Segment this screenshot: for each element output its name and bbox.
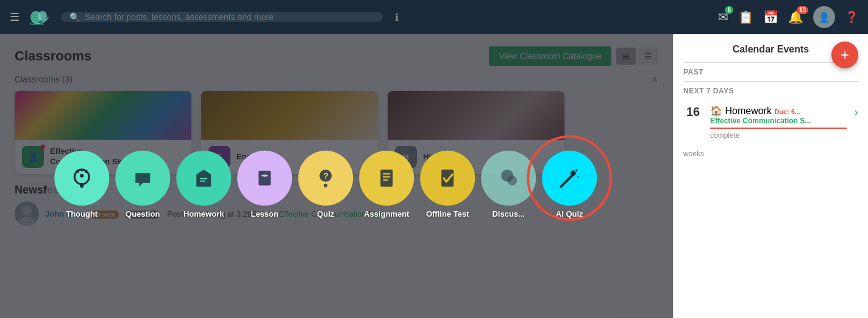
nav-icons: ✉ 6 📋 📅 🔔 13 👤 ❓: [718, 6, 858, 28]
icon-circle-lesson: [237, 150, 292, 205]
icon-menu-item-question[interactable]: Question: [115, 150, 170, 218]
svg-line-10: [85, 170, 87, 172]
notifications-icon[interactable]: 🔔 13: [788, 10, 803, 24]
icon-label-quiz: Quiz: [317, 209, 334, 218]
event-nav-button[interactable]: ›: [854, 105, 858, 119]
icon-menu-item-lesson[interactable]: Lesson: [237, 150, 292, 218]
search-icon: 🔍: [69, 12, 80, 22]
icon-menu-item-ai-quiz[interactable]: ✦ ✦ ✦ AI Quiz: [542, 150, 597, 218]
svg-rect-21: [383, 176, 390, 177]
icon-label-lesson: Lesson: [251, 209, 279, 218]
svg-rect-14: [200, 180, 205, 181]
icon-label-ai-quiz: AI Quiz: [556, 209, 583, 218]
icon-label-homework: Homework: [183, 209, 224, 218]
event-class-name: Effective Communication S...: [710, 117, 847, 125]
clipboard-icon[interactable]: 📋: [738, 10, 753, 24]
icon-menu: ThoughtQuestionHomeworkLesson?QuizAssign…: [54, 150, 597, 218]
event-date: 16: [683, 105, 703, 119]
icon-circle-question: [115, 150, 170, 205]
svg-rect-22: [383, 179, 388, 180]
icon-menu-item-quiz[interactable]: ?Quiz: [298, 150, 353, 218]
avatar[interactable]: 👤: [813, 6, 835, 28]
sidebar-divider-top: [683, 62, 858, 63]
icon-circle-ai-quiz: ✦ ✦ ✦: [542, 150, 597, 205]
sidebar-next7-label: NEXT 7 DAYS: [683, 87, 858, 95]
svg-point-7: [80, 173, 84, 177]
ai-quiz-icon: ✦ ✦ ✦: [556, 164, 583, 191]
fab-button[interactable]: +: [831, 42, 858, 68]
svg-text:✦: ✦: [574, 167, 578, 173]
calendar-event: 16 🏠 Homework Due: 6... Effective Commun…: [683, 100, 858, 145]
svg-point-1: [38, 11, 47, 22]
event-icon: 🏠 Homework Due: 6...: [710, 105, 847, 117]
info-icon[interactable]: ℹ: [395, 12, 399, 23]
messages-icon[interactable]: ✉ 6: [718, 10, 728, 24]
svg-rect-15: [258, 170, 271, 185]
icon-circle-assignment: [359, 150, 414, 205]
icon-label-offline-test: Offline Test: [426, 209, 469, 218]
icon-circle-discuss: [481, 150, 536, 205]
overlay[interactable]: ThoughtQuestionHomeworkLesson?QuizAssign…: [0, 34, 673, 318]
right-sidebar: Calendar Events PAST NEXT 7 DAYS 16 🏠 Ho…: [673, 34, 868, 318]
svg-point-18: [324, 183, 327, 187]
event-homework-label: Homework: [725, 106, 771, 116]
icon-circle-homework: [176, 150, 231, 205]
svg-rect-13: [200, 178, 207, 179]
weeks-label: weeks: [683, 150, 858, 158]
svg-rect-20: [383, 173, 390, 174]
svg-text:✦: ✦: [577, 175, 580, 178]
icon-label-question: Question: [126, 209, 160, 218]
help-icon[interactable]: ❓: [845, 10, 858, 24]
icon-menu-item-thought[interactable]: Thought: [54, 150, 109, 218]
svg-rect-19: [380, 169, 393, 186]
icon-label-discuss: Discus...: [492, 209, 524, 218]
main-layout: Classrooms View Classroom Catalogue ⊞ ☰ …: [0, 34, 868, 318]
svg-text:?: ?: [323, 170, 329, 180]
calendar-icon[interactable]: 📅: [763, 10, 778, 24]
app-logo[interactable]: tcomic: [27, 6, 54, 28]
sidebar-next7-section: NEXT 7 DAYS: [683, 87, 858, 95]
notifications-badge: 13: [797, 6, 808, 14]
hamburger-menu[interactable]: ☰: [10, 10, 20, 24]
icon-label-thought: Thought: [66, 209, 98, 218]
sidebar-divider-mid: [683, 81, 858, 82]
icon-circle-thought: [54, 150, 109, 205]
svg-point-25: [507, 175, 517, 185]
search-input[interactable]: [85, 12, 374, 22]
ai-quiz-wrapper: ✦ ✦ ✦: [542, 150, 597, 205]
icon-menu-item-offline-test[interactable]: Offline Test: [420, 150, 475, 218]
svg-line-26: [561, 174, 573, 186]
svg-text:tcomic: tcomic: [30, 21, 44, 26]
icon-circle-offline-test: [420, 150, 475, 205]
event-details: 🏠 Homework Due: 6... Effective Communica…: [710, 105, 847, 140]
icon-label-assignment: Assignment: [364, 209, 409, 218]
icon-menu-item-discuss[interactable]: Discus...: [481, 150, 536, 218]
icon-menu-item-assignment[interactable]: Assignment: [359, 150, 414, 218]
red-line: [710, 128, 847, 129]
logo-icon: tcomic: [27, 6, 54, 28]
messages-badge: 6: [725, 6, 733, 14]
sidebar-past-label: PAST: [683, 68, 858, 76]
search-bar[interactable]: 🔍: [61, 12, 383, 22]
svg-rect-11: [80, 182, 84, 187]
event-complete-label: complete: [710, 131, 847, 140]
icon-circle-quiz: ?: [298, 150, 353, 205]
top-navigation: ☰ tcomic 🔍 ℹ ✉ 6 📋 📅 🔔 13 👤 ❓: [0, 0, 868, 34]
event-date-number: 16: [683, 105, 703, 119]
event-due: Due: 6...: [774, 108, 800, 115]
icon-menu-item-homework[interactable]: Homework: [176, 150, 231, 218]
content-area: Classrooms View Classroom Catalogue ⊞ ☰ …: [0, 34, 673, 318]
svg-line-9: [77, 170, 78, 172]
sidebar-past-section: PAST: [683, 68, 858, 76]
